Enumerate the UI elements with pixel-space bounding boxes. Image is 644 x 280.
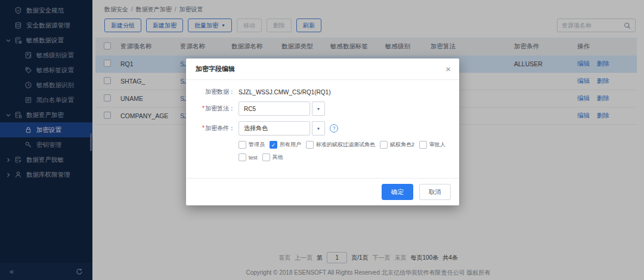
condition-select: 选择角色 ▼ (239, 121, 325, 136)
cancel-button[interactable]: 取消 (419, 184, 451, 200)
modal-footer: 确定 取消 (186, 178, 459, 205)
role-label: 所有用户 (280, 141, 301, 149)
encrypt-data-label: 加密数据： (197, 88, 235, 96)
role-checkbox-grant-role2[interactable]: 赋权角色2 (380, 141, 414, 149)
role-checkbox-group: 管理员 ✓所有用户 标准的赋权过滤测试角色 赋权角色2 审批人 test 其他 (239, 141, 453, 166)
encrypt-algorithm-label: *加密算法： (197, 104, 235, 113)
required-mark: * (202, 125, 205, 131)
checkbox[interactable] (239, 141, 246, 149)
algorithm-select: RC5 ▼ (239, 101, 325, 116)
confirm-button[interactable]: 确定 (382, 184, 413, 200)
role-label: 赋权角色2 (390, 141, 414, 149)
checkbox[interactable] (380, 141, 388, 149)
label-text: 加密算法： (205, 105, 235, 112)
role-checkbox-admin[interactable]: 管理员 (239, 141, 265, 149)
role-label: 管理员 (249, 141, 265, 149)
caret-down-icon[interactable]: ▼ (312, 101, 325, 116)
caret-down-icon[interactable]: ▼ (312, 121, 325, 136)
algorithm-select-value[interactable]: RC5 (239, 101, 310, 116)
role-label: 标准的赋权过滤测试角色 (316, 141, 375, 149)
label-text: 加密条件： (205, 125, 235, 131)
role-label: 审批人 (429, 141, 445, 149)
checkbox[interactable] (239, 153, 246, 161)
role-checkbox-other[interactable]: 其他 (262, 153, 283, 161)
encrypt-condition-label: *加密条件： (197, 124, 235, 133)
help-icon[interactable]: ? (330, 124, 338, 133)
role-checkbox-test[interactable]: test (239, 153, 258, 161)
checkbox[interactable] (419, 141, 427, 149)
role-label: 其他 (273, 153, 283, 161)
app-window: 数据安全规范 安全数据源管理 敏感数据设置 敏感级别设置 敏感标签设置 (0, 0, 644, 280)
modal-title: 加密字段编辑 (196, 64, 235, 73)
encrypt-field-edit-modal: 加密字段编辑 × 加密数据： SJZL_WSSJ.CMW_CS/RQ1(RQ1)… (186, 59, 459, 205)
required-mark: * (202, 105, 205, 112)
encrypt-condition-row: *加密条件： 选择角色 ▼ ? (197, 121, 448, 136)
encrypt-data-row: 加密数据： SJZL_WSSJ.CMW_CS/RQ1(RQ1) (197, 88, 448, 96)
role-checkbox-approver[interactable]: 审批人 (419, 141, 445, 149)
role-checkbox-standard-filter-test[interactable]: 标准的赋权过滤测试角色 (306, 141, 375, 149)
role-checkbox-all-users[interactable]: ✓所有用户 (270, 141, 301, 149)
checkbox[interactable] (306, 141, 314, 149)
condition-select-value[interactable]: 选择角色 (239, 121, 310, 136)
role-label: test (249, 155, 258, 161)
checkbox[interactable] (262, 153, 270, 161)
modal-header: 加密字段编辑 × (186, 59, 459, 80)
close-icon[interactable]: × (445, 64, 451, 73)
modal-body: 加密数据： SJZL_WSSJ.CMW_CS/RQ1(RQ1) *加密算法： R… (186, 80, 459, 178)
encrypt-data-value: SJZL_WSSJ.CMW_CS/RQ1(RQ1) (239, 89, 330, 96)
checkbox-checked[interactable]: ✓ (270, 141, 277, 149)
encrypt-algorithm-row: *加密算法： RC5 ▼ (197, 101, 448, 116)
